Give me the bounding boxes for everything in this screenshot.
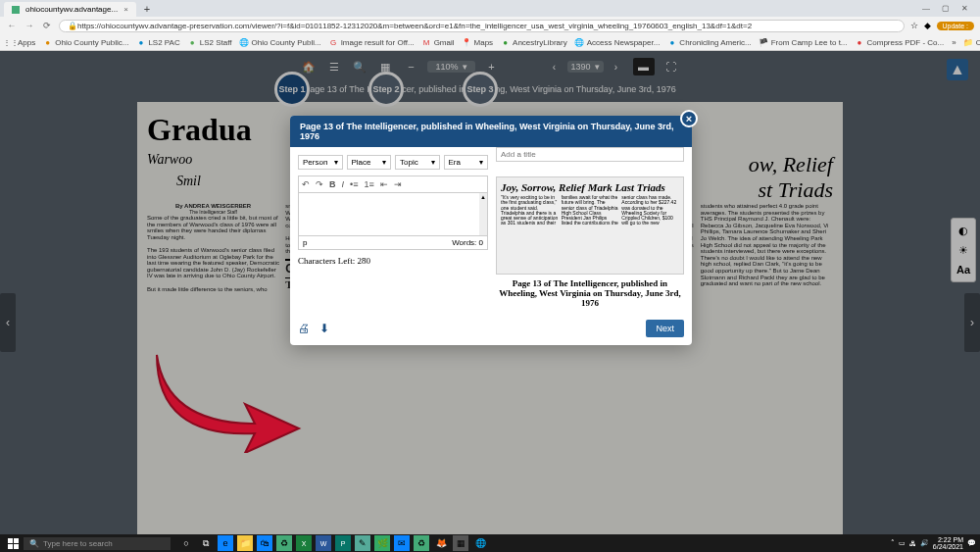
next-button[interactable]: Next	[646, 320, 684, 337]
svg-rect-2	[8, 544, 13, 549]
clip-caption: Page 13 of The Intelligencer, published …	[496, 278, 684, 308]
maximize-icon[interactable]: ▢	[942, 4, 950, 13]
svg-rect-1	[14, 538, 19, 543]
topic-dropdown[interactable]: Topic▾	[395, 155, 440, 170]
bookmark-item[interactable]: ●Ohio County Public...	[43, 38, 128, 47]
svg-rect-3	[14, 544, 19, 549]
other-bookmarks[interactable]: 📁Other bookmarks	[964, 38, 980, 47]
app-icon[interactable]: ♻	[414, 535, 429, 551]
indent-icon[interactable]: ⇥	[394, 179, 402, 189]
chevron-down-icon: ▾	[382, 158, 386, 167]
bookmark-item[interactable]: 📍Maps	[463, 38, 494, 47]
explorer-icon[interactable]: 📁	[237, 535, 253, 551]
chevron-down-icon: ▾	[479, 158, 483, 167]
pub-icon[interactable]: P	[335, 535, 351, 551]
print-icon[interactable]: 🖨	[298, 322, 310, 335]
app-icon[interactable]: ♻	[276, 535, 292, 551]
chevron-down-icon: ▾	[334, 158, 338, 167]
clip-thumbnail: Joy, Sorrow, Relief Mark Last Triads "It…	[496, 176, 684, 275]
network-icon[interactable]: 🖧	[909, 540, 916, 547]
mail-icon[interactable]: ✉	[394, 535, 410, 551]
taskbar-search[interactable]: 🔍 Type here to search	[24, 537, 171, 550]
extension-icon[interactable]: ◆	[924, 21, 931, 30]
chars-left: Characters Left: 280	[298, 256, 488, 266]
undo-icon[interactable]: ↶	[302, 179, 310, 189]
bookmark-item[interactable]: GImage result for Off...	[329, 38, 415, 47]
bookmark-item[interactable]: 🌐Ohio County Publi...	[239, 38, 320, 47]
bookmark-item[interactable]: ●LS2 PAC	[136, 38, 179, 47]
update-button[interactable]: Update :	[937, 22, 974, 30]
download-icon[interactable]: ⬇	[319, 322, 329, 335]
lock-icon: 🔒	[68, 22, 77, 30]
bookmark-item[interactable]: ●AncestryLibrary	[501, 38, 567, 47]
volume-icon[interactable]: 🔊	[920, 539, 929, 547]
forward-icon[interactable]: →	[24, 21, 35, 30]
title-input[interactable]	[496, 147, 684, 162]
browser-tab[interactable]: ohiocountywv.advantage... ×	[4, 2, 136, 17]
bookmark-item[interactable]: MGmail	[422, 38, 455, 47]
word-count: Words: 0	[452, 238, 483, 247]
bookmark-item[interactable]: 🌐Access Newspaper...	[575, 38, 661, 47]
minimize-icon[interactable]: —	[922, 4, 930, 13]
word-icon[interactable]: W	[316, 535, 331, 551]
url-text: https://ohiocountywv.advantage-preservat…	[77, 22, 752, 30]
star-icon[interactable]: ☆	[910, 21, 918, 30]
new-tab-button[interactable]: +	[138, 3, 156, 15]
start-button[interactable]	[4, 534, 22, 552]
close-window-icon[interactable]: ✕	[961, 4, 968, 13]
bookmark-item[interactable]: ●LS2 Staff	[188, 38, 232, 47]
search-icon: 🔍	[29, 539, 39, 548]
store-icon[interactable]: 🛍	[257, 535, 272, 551]
bookmarks-bar: ⋮⋮Apps ●Ohio County Public... ●LS2 PAC ●…	[0, 34, 980, 51]
taskview-icon[interactable]: ⧉	[198, 535, 214, 551]
reload-icon[interactable]: ⟳	[41, 21, 53, 30]
clip-modal: Page 13 of The Intelligencer, published …	[290, 116, 692, 345]
clock[interactable]: 2:22 PM 6/24/2021	[933, 536, 963, 550]
bookmark-apps[interactable]: ⋮⋮Apps	[6, 38, 35, 47]
modal-title: Page 13 of The Intelligencer, published …	[290, 116, 692, 147]
firefox-icon[interactable]: 🦊	[433, 535, 449, 551]
app-icon[interactable]: 🌿	[374, 535, 390, 551]
back-icon[interactable]: ←	[6, 21, 18, 30]
italic-icon[interactable]: I	[342, 179, 345, 189]
redo-icon[interactable]: ↷	[316, 179, 323, 189]
editor-path: p	[303, 238, 307, 247]
tray-up-icon[interactable]: ˄	[891, 539, 895, 547]
app-icon[interactable]: ✎	[355, 535, 370, 551]
bookmarks-overflow[interactable]: »	[952, 38, 956, 47]
modal-close-button[interactable]: ×	[680, 110, 698, 127]
chrome-icon[interactable]: 🌐	[472, 535, 488, 551]
outdent-icon[interactable]: ⇤	[380, 179, 388, 189]
app-icon[interactable]: ▦	[453, 535, 468, 551]
bookmark-item[interactable]: ●Compress PDF - Co...	[856, 38, 945, 47]
cortana-icon[interactable]: ○	[178, 535, 194, 551]
place-dropdown[interactable]: Place▾	[347, 155, 392, 170]
url-input[interactable]: 🔒 https://ohiocountywv.advantage-preserv…	[59, 20, 905, 32]
numbers-icon[interactable]: 1≡	[364, 179, 373, 189]
tab-title: ohiocountywv.advantage...	[25, 5, 118, 14]
close-tab-icon[interactable]: ×	[123, 5, 128, 14]
bullets-icon[interactable]: •≡	[350, 179, 358, 189]
svg-rect-0	[8, 538, 13, 543]
tab-favicon	[12, 6, 20, 14]
app-icon[interactable]: e	[218, 535, 233, 551]
person-dropdown[interactable]: Person▾	[298, 155, 343, 170]
tray-icon[interactable]: ▭	[899, 539, 906, 547]
taskbar: 🔍 Type here to search ○ ⧉ e 📁 🛍 ♻ X W P …	[0, 534, 980, 552]
annotation-arrow-icon	[147, 345, 304, 453]
chevron-down-icon: ▾	[431, 158, 435, 167]
bold-icon[interactable]: B	[329, 179, 336, 189]
editor-textarea[interactable]: ▲	[298, 193, 488, 236]
bookmark-item[interactable]: ●Chronicling Americ...	[667, 38, 751, 47]
era-dropdown[interactable]: Era▾	[444, 155, 489, 170]
bookmark-item[interactable]: 🏴From Camp Lee to t...	[760, 38, 848, 47]
notifications-icon[interactable]: 💬	[967, 539, 976, 547]
scrollbar[interactable]: ▲	[479, 193, 487, 235]
excel-icon[interactable]: X	[296, 535, 312, 551]
editor-toolbar: ↶ ↷ B I •≡ 1≡ ⇤ ⇥	[298, 176, 488, 193]
